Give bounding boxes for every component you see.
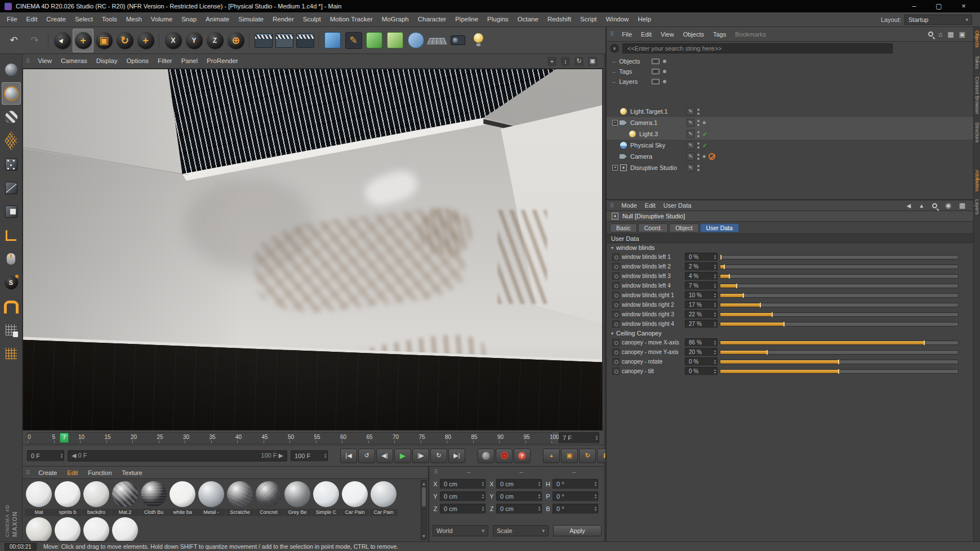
menu-create[interactable]: Create	[42, 12, 70, 26]
apply-button[interactable]: Apply	[553, 525, 602, 536]
world-select[interactable]: World ▾	[433, 525, 488, 536]
play-backward-button[interactable]: ↺	[358, 449, 375, 463]
attribute-menu-user-data[interactable]: User Data	[660, 202, 696, 209]
dock-tab-takes[interactable]: Takes	[974, 56, 980, 69]
attribute-slider[interactable]	[720, 322, 959, 326]
layout-select[interactable]: Startup ▾	[905, 15, 972, 25]
dock-tab-content-browser[interactable]: Content Browser	[974, 77, 980, 114]
object-menu-bookmarks[interactable]: Bookmarks	[730, 31, 770, 38]
edit-enable-icon[interactable]: ✎	[687, 141, 694, 149]
material-menu-create[interactable]: Create	[33, 469, 62, 476]
object-menu-objects[interactable]: Objects	[679, 31, 709, 38]
visibility-dots-icon[interactable]	[697, 164, 700, 172]
tab-object[interactable]: Object	[669, 223, 698, 232]
attribute-slider[interactable]	[720, 312, 959, 317]
maximize-view-icon[interactable]: ▣	[588, 57, 597, 66]
attribute-value-field[interactable]: 17 %▴▾	[685, 301, 718, 309]
stepper-icon[interactable]: ▴▾	[712, 293, 716, 298]
start-frame-field[interactable]: 0 F ▴▾	[27, 450, 64, 462]
attribute-menu-edit[interactable]: Edit	[641, 202, 660, 209]
coords-value-field[interactable]: 0 °▴▾	[553, 479, 598, 489]
history-back-icon[interactable]: ◀	[907, 203, 911, 209]
keyframe-circle-icon[interactable]	[612, 358, 620, 365]
material-swatch[interactable]: Concret	[255, 480, 283, 516]
keyframe-circle-icon[interactable]	[612, 253, 620, 261]
coordinate-system-icon[interactable]: ⊕	[225, 29, 246, 52]
stepper-icon[interactable]: ▴▾	[537, 481, 540, 487]
attribute-value-field[interactable]: 2 %▴▾	[685, 262, 718, 271]
filter-dot-icon[interactable]	[663, 80, 666, 83]
tab-coord[interactable]: Coord.	[638, 223, 669, 232]
attribute-value-field[interactable]: 27 %▴▾	[685, 320, 718, 328]
make-editable-icon[interactable]	[2, 59, 21, 81]
goto-end-button[interactable]: ▶|	[448, 449, 465, 463]
material-swatch[interactable]: Mat.2	[111, 480, 139, 516]
material-swatch[interactable]	[54, 516, 82, 541]
stepper-icon[interactable]: ▴▾	[712, 274, 716, 279]
stepper-icon[interactable]: ▴▾	[712, 369, 716, 374]
keyframe-circle-icon[interactable]	[612, 272, 620, 280]
visibility-dots-icon[interactable]	[697, 107, 700, 115]
viewport-filter-icon[interactable]	[652, 79, 660, 84]
material-swatch[interactable]: white ba	[168, 480, 197, 516]
model-mode-icon[interactable]	[2, 82, 21, 105]
visibility-dots-icon[interactable]	[697, 130, 700, 138]
material-swatch[interactable]: spirits b	[54, 480, 82, 516]
play-button[interactable]: ▶	[394, 449, 411, 463]
stepper-icon[interactable]: ▴▾	[593, 481, 596, 487]
enabled-check-icon[interactable]: ✓	[702, 142, 707, 149]
viewport-menu-display[interactable]: Display	[92, 54, 122, 68]
material-swatch[interactable]: backdro	[82, 480, 110, 516]
goto-start-button[interactable]: |◀	[340, 449, 357, 463]
stepper-icon[interactable]: ▴▾	[712, 350, 716, 355]
material-scrollbar[interactable]: ▲ ▼	[421, 480, 427, 540]
stepper-icon[interactable]: ▴▾	[712, 312, 716, 317]
coords-value-field[interactable]: 0 cm▴▾	[496, 491, 542, 501]
coords-value-field[interactable]: 0 cm▴▾	[440, 491, 485, 501]
material-swatch[interactable]: Cloth Bu	[140, 480, 168, 516]
texture-mode-icon[interactable]	[2, 106, 21, 128]
keyframe-circle-icon[interactable]	[612, 348, 620, 356]
menu-character[interactable]: Character	[413, 12, 451, 26]
viewport-filter-icon[interactable]	[652, 59, 660, 64]
enabled-check-icon[interactable]: ✓	[702, 131, 707, 138]
scroll-up-icon[interactable]: ▲	[421, 481, 426, 487]
viewport-3d[interactable]	[23, 69, 603, 431]
panel-grip-icon[interactable]: ⠿	[26, 58, 30, 64]
attribute-value-field[interactable]: 0 %▴▾	[685, 367, 718, 375]
coords-value-field[interactable]: 0 cm▴▾	[496, 479, 542, 489]
stepper-icon[interactable]: ▴▾	[59, 453, 63, 459]
previous-key-button[interactable]: ◀|	[376, 449, 393, 463]
attribute-slider[interactable]	[720, 360, 959, 364]
render-picture-viewer-icon[interactable]	[274, 29, 295, 52]
stepper-icon[interactable]: ▴▾	[537, 494, 540, 499]
floor-object-icon[interactable]	[426, 29, 447, 52]
attribute-slider[interactable]	[720, 369, 959, 374]
minimize-button[interactable]: –	[909, 2, 919, 10]
deformer-icon[interactable]	[406, 29, 426, 52]
attribute-value-field[interactable]: 10 %▴▾	[685, 291, 718, 299]
axis-mode-icon[interactable]	[2, 224, 21, 247]
rotate-tool-icon[interactable]: ↻	[114, 29, 135, 52]
coords-value-field[interactable]: 0 cm▴▾	[496, 504, 542, 514]
rotate-view-icon[interactable]: ↻	[574, 57, 583, 66]
viewport-menu-filter[interactable]: Filter	[153, 54, 177, 68]
object-menu-view[interactable]: View	[656, 31, 679, 38]
stepper-icon[interactable]: ▴▾	[712, 340, 716, 346]
target-tag-icon[interactable]: ⌖	[702, 153, 706, 160]
search-icon[interactable]	[932, 203, 937, 208]
quantize-grid-icon[interactable]	[2, 342, 21, 365]
search-icon[interactable]	[928, 32, 933, 37]
object-menu-edit[interactable]: Edit	[636, 31, 656, 38]
edit-enable-icon[interactable]: ✎	[687, 164, 694, 172]
new-panel-icon[interactable]: ▦	[959, 201, 965, 209]
menu-simulate[interactable]: Simulate	[234, 12, 268, 26]
magnet-snap-icon[interactable]	[2, 295, 21, 317]
coords-value-field[interactable]: 0 cm▴▾	[440, 504, 485, 514]
attribute-slider[interactable]	[720, 341, 959, 345]
edit-enable-icon[interactable]: ✎	[687, 119, 694, 127]
menu-pipeline[interactable]: Pipeline	[451, 12, 483, 26]
current-frame-field[interactable]: 7 F ▴▾	[559, 432, 599, 444]
menu-edit[interactable]: Edit	[22, 12, 42, 26]
timeline-ruler[interactable]: 0510152025303540455055606570758085909510…	[23, 431, 604, 445]
